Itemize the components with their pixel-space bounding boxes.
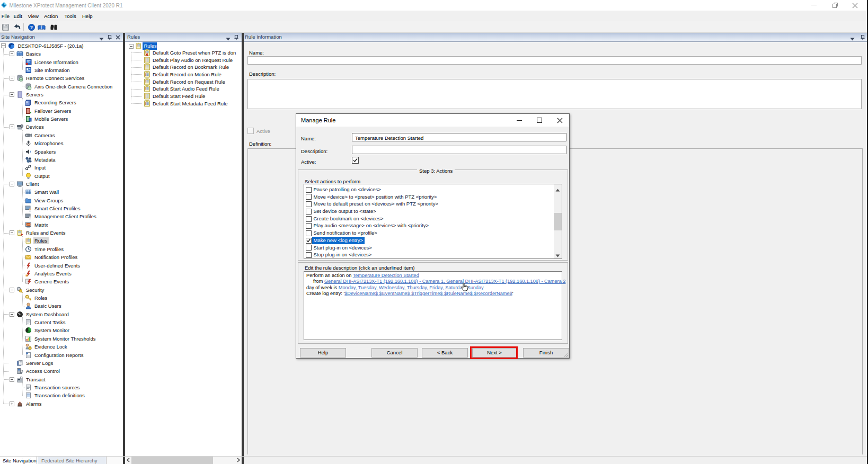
svg-text:?: ?: [30, 25, 32, 30]
